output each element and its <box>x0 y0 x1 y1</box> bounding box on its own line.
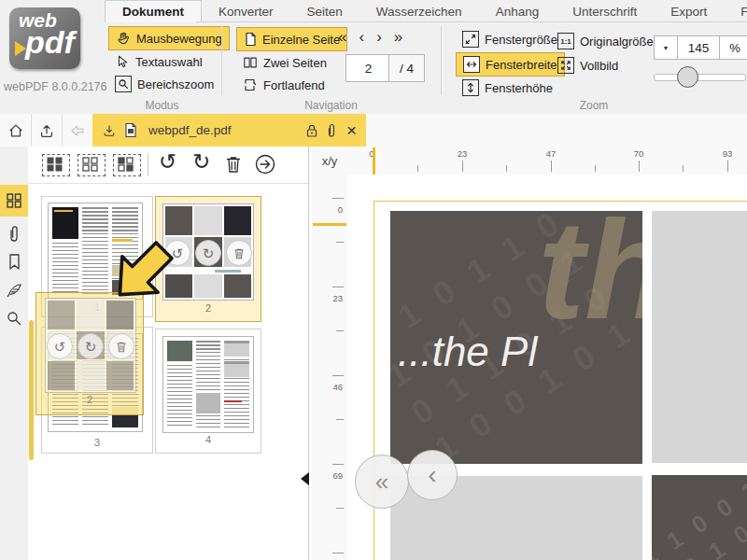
deselect-all-pages-button[interactable] <box>78 154 106 176</box>
vollbild-button[interactable]: Vollbild <box>551 54 625 77</box>
ghost-delete-icon <box>108 333 134 359</box>
tab-seiten[interactable]: Seiten <box>290 0 359 22</box>
fenstergroesse-button[interactable]: Fenstergröße <box>456 28 564 50</box>
sidebar-attachments-button[interactable] <box>0 219 28 247</box>
fensterhoehe-label: Fensterhöhe <box>485 81 553 95</box>
fensterbreite-button[interactable]: Fensterbreite <box>456 52 565 77</box>
zoom-slider-track[interactable] <box>654 74 746 81</box>
originalgroesse-button[interactable]: 1:1 Originalgröße <box>551 30 660 52</box>
back-arrow-icon <box>69 122 86 139</box>
previous-page-overlay-button[interactable]: ‹ <box>407 450 458 500</box>
einzelne-seite-button[interactable]: Einzelne Seite <box>236 27 347 51</box>
thumbnail-page-3-number: 3 <box>42 437 152 448</box>
page-number-input[interactable]: 2 <box>345 54 391 82</box>
panel-collapse-button[interactable] <box>301 472 309 485</box>
page-image-top-left: 0 1 0 1 1 0 1 0 1 0 0 1 0 1 1 0 1 0 1 0 … <box>390 211 642 464</box>
document-filename: webpdf_de.pdf <box>148 123 298 137</box>
thumb-delete-button[interactable] <box>226 240 252 266</box>
first-page-overlay-button[interactable]: « <box>355 455 409 509</box>
previous-page-button[interactable]: ‹ <box>359 29 364 45</box>
ghost-rotate-left-icon: ↺ <box>47 333 73 359</box>
fit-height-icon <box>462 79 479 96</box>
sidebar-signature-button[interactable] <box>0 275 28 303</box>
tab-unterschrift[interactable]: Unterschrift <box>556 0 654 22</box>
next-page-button[interactable]: › <box>376 29 382 45</box>
paperclip-icon <box>7 224 21 243</box>
fensterhoehe-button[interactable]: Fensterhöhe <box>456 77 559 99</box>
fortlaufend-button[interactable]: Fortlaufend <box>236 74 331 96</box>
open-document-tab[interactable]: webpdf_de.pdf × <box>92 114 366 147</box>
h-ruler-label: 47 <box>546 148 557 159</box>
drag-ghost-page-number: 2 <box>36 394 143 405</box>
rotate-right-button[interactable]: ↻ <box>192 151 210 173</box>
bereichszoom-label: Bereichszoom <box>137 77 214 91</box>
close-document-button[interactable]: × <box>346 121 357 139</box>
ghost-rotate-right-icon: ↻ <box>78 333 104 359</box>
go-to-page-button[interactable] <box>254 153 276 175</box>
watermark-letters: th <box>538 211 642 340</box>
webpdf-application-window: web pdf webPDF 8.0.0.2176 Dokument Konve… <box>0 0 747 560</box>
pdf-page-2: 0 1 0 1 1 0 1 0 1 0 0 1 0 1 1 0 1 0 1 0 … <box>374 201 747 560</box>
tab-wasserzeichen[interactable]: Wasserzeichen <box>359 0 479 22</box>
einzelne-seite-label: Einzelne Seite <box>262 33 340 47</box>
rotate-left-button[interactable]: ↺ <box>159 151 176 173</box>
sidebar-thumbnails-button[interactable] <box>0 185 28 217</box>
zoom-slider-thumb[interactable] <box>677 66 698 88</box>
select-all-pages-button[interactable] <box>42 154 70 176</box>
hand-icon <box>116 31 131 46</box>
one-to-one-icon: 1:1 <box>557 33 574 49</box>
mausbewegung-button[interactable]: Mausbewegung <box>108 26 230 50</box>
thumbnails-scrollbar[interactable] <box>29 320 34 460</box>
group-separator <box>441 26 442 95</box>
thumbnails-grid-icon <box>6 192 22 209</box>
tab-dokument[interactable]: Dokument <box>105 0 202 22</box>
first-page-button[interactable]: « <box>338 29 346 45</box>
document-toolbar: webpdf_de.pdf × <box>0 114 747 147</box>
zwei-seiten-button[interactable]: Zwei Seiten <box>236 51 333 74</box>
pdf-file-icon <box>124 122 137 138</box>
v-ruler-label: 46 <box>332 382 343 392</box>
download-icon <box>102 123 117 138</box>
vertical-ruler: 0 23 46 69 <box>312 175 348 560</box>
ribbon-tab-bar: Dokument Konverter Seiten Wasserzeichen … <box>105 0 747 22</box>
drag-ghost-page-2: ↺ ↻ 2 <box>35 292 144 415</box>
zoom-level-control: ▼ 145 % <box>654 35 747 60</box>
drag-ghost-preview: ↺ ↻ <box>45 298 136 393</box>
fullscreen-icon <box>557 57 574 74</box>
h-ruler-label: 70 <box>634 148 644 159</box>
sidebar-bookmarks-button[interactable] <box>0 247 28 275</box>
invert-selection-button[interactable] <box>113 154 141 176</box>
continuous-pages-icon <box>243 77 258 92</box>
tab-export[interactable]: Export <box>654 0 724 22</box>
thumbnail-page-4[interactable]: 4 <box>155 329 261 454</box>
fensterbreite-label: Fensterbreite <box>486 58 557 72</box>
bereichszoom-button[interactable]: Bereichszoom <box>108 73 220 95</box>
sidebar-search-button[interactable] <box>0 304 28 332</box>
modus-group-label: Modus <box>103 99 221 112</box>
horizontal-ruler: 0 23 47 70 93 <box>347 147 747 175</box>
delete-page-button[interactable] <box>224 154 243 175</box>
fit-width-icon <box>463 56 480 73</box>
paperclip-icon <box>326 122 337 138</box>
zoom-group-label: Zoom <box>441 99 747 112</box>
tab-form[interactable]: Form <box>724 0 747 22</box>
zoom-value-input[interactable]: 145 <box>678 35 720 60</box>
fortlaufend-label: Fortlaufend <box>263 78 325 92</box>
home-button[interactable] <box>0 114 32 147</box>
thumbnails-panel: ↺ ↻ <box>28 147 309 560</box>
document-canvas[interactable]: 0 1 0 1 1 0 1 0 1 0 0 1 0 1 1 0 1 0 1 0 … <box>347 175 747 560</box>
page-nav-arrows: « ‹ › » <box>338 29 402 45</box>
textauswahl-button[interactable]: Textauswahl <box>108 50 209 73</box>
back-button[interactable] <box>62 114 93 147</box>
ruler-position-marker <box>373 147 375 175</box>
zoom-dropdown-button[interactable]: ▼ <box>654 35 678 60</box>
home-icon <box>7 122 24 139</box>
tab-anhang[interactable]: Anhang <box>479 0 557 22</box>
thumb-rotate-right-button[interactable]: ↻ <box>195 240 221 266</box>
tab-konverter[interactable]: Konverter <box>202 0 290 22</box>
upload-button[interactable] <box>31 114 63 147</box>
drag-cursor-arrow-icon <box>114 217 189 310</box>
fit-window-icon <box>462 31 479 48</box>
last-page-button[interactable]: » <box>394 29 402 45</box>
zwei-seiten-label: Zwei Seiten <box>263 56 327 70</box>
